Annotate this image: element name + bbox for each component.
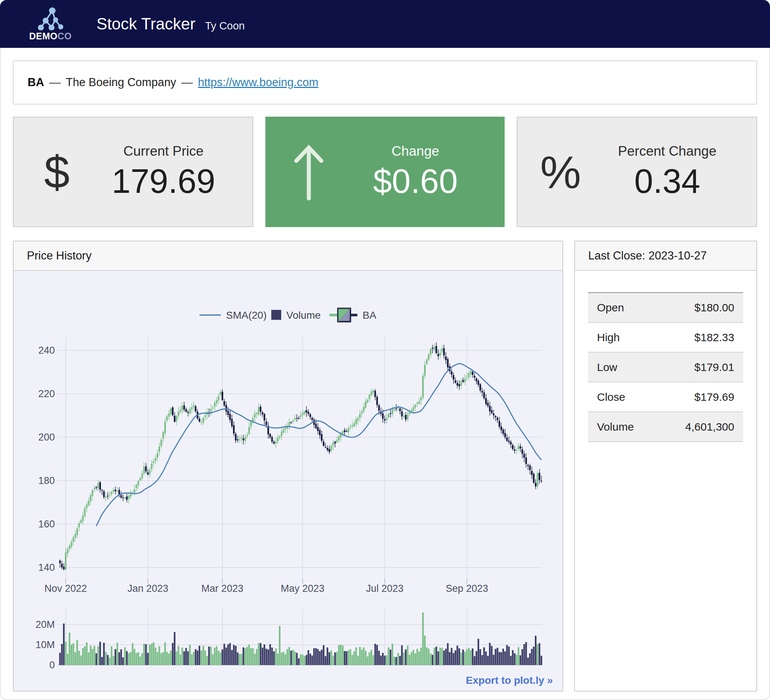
- svg-text:BA: BA: [362, 309, 377, 321]
- ohlc-row-label: Volume: [597, 421, 634, 433]
- price-history-panel: Price History 140160180200220240Nov 2022…: [13, 241, 563, 692]
- app-header: DEMOCO Stock Tracker Ty Coon: [0, 0, 770, 48]
- svg-text:Jan 2023: Jan 2023: [127, 583, 168, 594]
- svg-text:140: 140: [38, 562, 55, 573]
- ohlc-row-volume: Volume4,601,300: [588, 412, 743, 442]
- percent-icon: %: [518, 146, 604, 198]
- svg-text:0: 0: [49, 660, 55, 671]
- democo-logo: DEMOCO: [26, 6, 74, 42]
- svg-text:240: 240: [38, 345, 55, 356]
- ohlc-row-label: High: [597, 331, 620, 344]
- card-label: Change: [391, 144, 440, 159]
- logo-demo: DEMO: [29, 31, 57, 41]
- svg-text:200: 200: [38, 432, 55, 443]
- ohlc-row-value: $179.01: [694, 361, 734, 373]
- ohlc-row-value: $180.00: [694, 301, 734, 314]
- ohlc-table: Open$180.00High$182.33Low$179.01Close$17…: [588, 292, 743, 442]
- svg-text:Mar 2023: Mar 2023: [201, 583, 243, 594]
- price-history-chart: 140160180200220240Nov 2022Jan 2023Mar 20…: [14, 271, 562, 691]
- separator-dash: —: [49, 76, 61, 89]
- svg-text:220: 220: [38, 388, 55, 399]
- svg-text:10M: 10M: [36, 639, 55, 650]
- volume-legend-swatch: [271, 310, 281, 320]
- ohlc-row-value: 4,601,300: [685, 421, 734, 433]
- app-title: Stock Tracker: [96, 15, 196, 33]
- svg-text:Jul 2023: Jul 2023: [366, 583, 403, 594]
- ohlc-row-label: Close: [597, 391, 625, 403]
- ticker-symbol: BA: [28, 76, 44, 89]
- ohlc-row-open: Open$180.00: [588, 293, 743, 323]
- stat-cards: $ Current Price 179.69 Change $0.60: [13, 117, 757, 227]
- current-price-value: 179.69: [112, 162, 215, 200]
- svg-text:160: 160: [38, 519, 55, 530]
- ticker-bar: BA — The Boeing Company — https://www.bo…: [13, 60, 757, 105]
- card-label: Current Price: [123, 144, 204, 159]
- ohlc-row-high: High$182.33: [588, 323, 743, 352]
- app-window: DEMOCO Stock Tracker Ty Coon BA — The Bo…: [0, 0, 770, 700]
- ohlc-row-value: $182.33: [694, 331, 734, 344]
- svg-text:May 2023: May 2023: [281, 583, 325, 594]
- up-arrow-icon: [265, 142, 352, 201]
- ohlc-row-label: Low: [597, 361, 617, 373]
- export-plotly-link[interactable]: Export to plot.ly »: [466, 675, 553, 686]
- logo-wordmark: DEMOCO: [29, 31, 72, 42]
- candlestick-legend-icon: [329, 308, 358, 322]
- ohlc-row-label: Open: [597, 301, 624, 314]
- svg-text:Volume: Volume: [286, 309, 320, 321]
- ohlc-row-close: Close$179.69: [588, 382, 743, 412]
- change-value: $0.60: [373, 162, 458, 200]
- dollar-icon: $: [14, 146, 100, 198]
- last-close-title: Last Close: 2023-10-27: [575, 241, 756, 271]
- separator-dash: —: [181, 76, 193, 89]
- company-name: The Boeing Company: [66, 76, 176, 89]
- company-url-link[interactable]: https://www.boeing.com: [198, 76, 319, 89]
- percent-change-value: 0.34: [634, 162, 700, 200]
- svg-text:Sep 2023: Sep 2023: [446, 583, 489, 594]
- svg-text:20M: 20M: [36, 619, 55, 630]
- ohlc-row-low: Low$179.01: [588, 352, 743, 382]
- change-card: Change $0.60: [265, 117, 504, 227]
- ohlc-row-value: $179.69: [694, 391, 734, 403]
- svg-text:180: 180: [38, 475, 55, 486]
- svg-text:Nov 2022: Nov 2022: [45, 583, 87, 594]
- percent-change-card: % Percent Change 0.34: [517, 117, 757, 227]
- current-price-card: $ Current Price 179.69: [13, 117, 253, 227]
- app-subtitle: Ty Coon: [205, 16, 245, 32]
- molecule-icon: [36, 6, 65, 30]
- svg-text:SMA(20): SMA(20): [226, 309, 267, 321]
- price-history-title: Price History: [14, 241, 562, 271]
- logo-co: CO: [57, 31, 72, 41]
- card-label: Percent Change: [618, 144, 716, 159]
- last-close-panel: Last Close: 2023-10-27 Open$180.00High$1…: [574, 241, 757, 692]
